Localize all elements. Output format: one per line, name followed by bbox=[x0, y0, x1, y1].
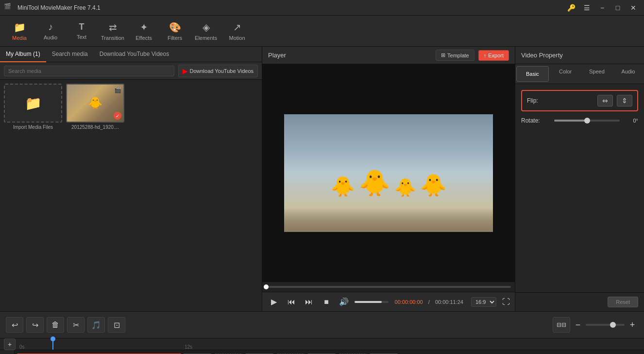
app-title: MiniTool MovieMaker Free 7.4.1 bbox=[17, 4, 564, 11]
timeline-tracks: 🎬 ♪ 🐥 🐥 🐥 🐥 🔊 bbox=[0, 350, 644, 354]
aspect-ratio-select[interactable]: 16:9 9:16 1:1 4:3 bbox=[471, 297, 496, 307]
tracks-area: 🐥 🐥 🐥 🐥 🔊 ⇆ ⬇ bbox=[15, 350, 644, 354]
timeline-ruler: + 0s 12s bbox=[0, 338, 644, 350]
motion-label: Motion bbox=[229, 35, 245, 41]
download-youtube-btn[interactable]: ▶ Download YouTube Videos bbox=[178, 65, 258, 77]
volume-btn[interactable]: 🔊 bbox=[337, 295, 351, 309]
progress-thumb bbox=[264, 284, 269, 289]
search-input[interactable] bbox=[4, 66, 174, 76]
crop-btn[interactable]: ⊡ bbox=[108, 317, 125, 333]
settings-btn[interactable]: 🔑 bbox=[564, 3, 578, 13]
tab-audio[interactable]: Audio bbox=[612, 64, 644, 80]
volume-slider[interactable] bbox=[355, 301, 389, 303]
player-title: Player bbox=[268, 52, 286, 59]
selected-badge: ✓ bbox=[114, 112, 121, 120]
time-separator: / bbox=[427, 299, 431, 305]
player-header-right: ⊞ Template ↑ Export bbox=[436, 50, 509, 61]
tab-download-yt[interactable]: Download YouTube Videos bbox=[94, 47, 175, 62]
media-icon: 📁 bbox=[14, 21, 26, 33]
volume-fill bbox=[355, 301, 382, 303]
zoom-slider[interactable] bbox=[586, 324, 625, 326]
left-panel: My Album (1) Search media Download YouTu… bbox=[0, 47, 262, 311]
template-btn[interactable]: ⊞ Template bbox=[436, 50, 475, 61]
redo-btn[interactable]: ↪ bbox=[26, 317, 44, 333]
main-area: My Album (1) Search media Download YouTu… bbox=[0, 47, 644, 311]
video-track-icon: 🎬 bbox=[0, 350, 14, 354]
close-btn[interactable]: ✕ bbox=[627, 3, 640, 13]
timeline: + 0s 12s 🎬 ♪ 🐥 🐥 🐥 🐥 bbox=[0, 338, 644, 354]
text-label: Text bbox=[77, 34, 86, 40]
ground bbox=[284, 208, 493, 232]
toolbar-text[interactable]: T Text bbox=[66, 18, 97, 45]
video-media-item[interactable]: 🎬 🐥 ✓ 20125288-hd_1920.... bbox=[66, 84, 124, 130]
template-label: Template bbox=[447, 53, 469, 58]
property-header: Video Property bbox=[515, 47, 644, 64]
toolbar-audio[interactable]: ♪ Audio bbox=[35, 18, 66, 45]
export-btn[interactable]: ↑ Export bbox=[478, 50, 509, 61]
flip-horizontal-btn[interactable]: ⇔ bbox=[597, 95, 613, 106]
next-frame-btn[interactable]: ⏭ bbox=[302, 295, 316, 309]
prev-frame-btn[interactable]: ⏮ bbox=[285, 295, 298, 309]
toolbar-media[interactable]: 📁 Media bbox=[4, 18, 35, 45]
toolbar-transition[interactable]: ⇄ Transition bbox=[97, 18, 128, 45]
delete-btn[interactable]: 🗑 bbox=[47, 317, 64, 333]
ruler-12s: 12s bbox=[185, 344, 192, 350]
bottom-toolbar: ↩ ↪ 🗑 ✂ 🎵 ⊡ ⊟⊟ − + bbox=[0, 311, 644, 338]
maximize-btn[interactable]: □ bbox=[611, 3, 625, 13]
undo-btn[interactable]: ↩ bbox=[6, 317, 23, 333]
ruler-marks: 0s 12s bbox=[19, 338, 640, 350]
player-timeline[interactable] bbox=[262, 282, 515, 292]
flip-label: Flip: bbox=[527, 97, 538, 104]
video-frame: 🐥 🐥 🐥 🐥 bbox=[284, 114, 493, 232]
rotate-fill bbox=[554, 120, 587, 122]
minimize-btn[interactable]: − bbox=[595, 3, 609, 13]
reset-btn[interactable]: Reset bbox=[608, 297, 638, 307]
video-track: 🐥 🐥 🐥 🐥 🔊 ⇆ ⬇ bbox=[15, 350, 644, 354]
zoom-in-btn[interactable]: + bbox=[627, 319, 638, 331]
tab-speed[interactable]: Speed bbox=[581, 64, 613, 80]
player-header: Player ⊞ Template ↑ Export bbox=[262, 47, 515, 64]
duck3: 🐥 bbox=[394, 177, 416, 198]
elements-icon: ◈ bbox=[203, 21, 210, 33]
flip-vertical-btn[interactable]: ⇕ bbox=[617, 95, 632, 106]
folder-icon: 📁 bbox=[25, 95, 42, 111]
rotate-slider[interactable] bbox=[554, 120, 620, 122]
menu-btn[interactable]: ☰ bbox=[580, 3, 593, 13]
video-type-icon: 🎬 bbox=[114, 87, 121, 93]
duck2: 🐥 bbox=[359, 168, 390, 198]
detach-audio-btn[interactable]: 🎵 bbox=[87, 317, 105, 333]
audio-label: Audio bbox=[44, 35, 57, 40]
toolbar-elements[interactable]: ◈ Elements bbox=[190, 18, 221, 45]
progress-track[interactable] bbox=[266, 286, 511, 288]
tab-color[interactable]: Color bbox=[550, 64, 581, 80]
import-media-item[interactable]: 📁 Import Media Files bbox=[4, 84, 62, 130]
transition-icon: ⇄ bbox=[109, 21, 117, 33]
track-labels: 🎬 ♪ bbox=[0, 350, 15, 354]
video-label: 20125288-hd_1920.... bbox=[71, 124, 119, 130]
tab-basic[interactable]: Basic bbox=[516, 66, 549, 82]
transition-label: Transition bbox=[101, 35, 124, 41]
elements-label: Elements bbox=[195, 35, 217, 41]
download-yt-label: Download YouTube Videos bbox=[190, 68, 254, 74]
toolbar-motion[interactable]: ↗ Motion bbox=[221, 18, 253, 45]
player-controls: ▶ ⏮ ⏭ ■ 🔊 00:00:00:00 / 00:00:11:24 16:9… bbox=[262, 292, 515, 311]
tab-search-media[interactable]: Search media bbox=[46, 47, 94, 62]
add-track-btn[interactable]: + bbox=[4, 338, 16, 350]
zoom-out-btn[interactable]: − bbox=[572, 319, 584, 331]
play-btn[interactable]: ▶ bbox=[267, 295, 281, 309]
split-view-btn[interactable]: ⊟⊟ bbox=[553, 317, 570, 333]
ducks: 🐥 🐥 🐥 🐥 bbox=[331, 168, 447, 198]
library-toolbar: ▶ Download YouTube Videos bbox=[0, 62, 262, 80]
fullscreen-btn[interactable]: ⛶ bbox=[502, 298, 510, 306]
stop-btn[interactable]: ■ bbox=[320, 295, 333, 309]
toolbar-effects[interactable]: ✦ Effects bbox=[128, 18, 159, 45]
video-display: 🐥 🐥 🐥 🐥 bbox=[262, 64, 515, 282]
property-tabs: Basic Color Speed Audio bbox=[515, 64, 644, 84]
rotate-value: 0° bbox=[624, 118, 638, 124]
tab-my-album[interactable]: My Album (1) bbox=[0, 47, 46, 62]
split-btn[interactable]: ✂ bbox=[67, 317, 85, 333]
export-icon: ↑ bbox=[484, 53, 487, 58]
right-panel: Video Property Basic Color Speed Audio F… bbox=[515, 47, 644, 311]
total-time: 00:00:11:24 bbox=[435, 299, 463, 305]
toolbar-filters[interactable]: 🎨 Filters bbox=[159, 18, 190, 45]
